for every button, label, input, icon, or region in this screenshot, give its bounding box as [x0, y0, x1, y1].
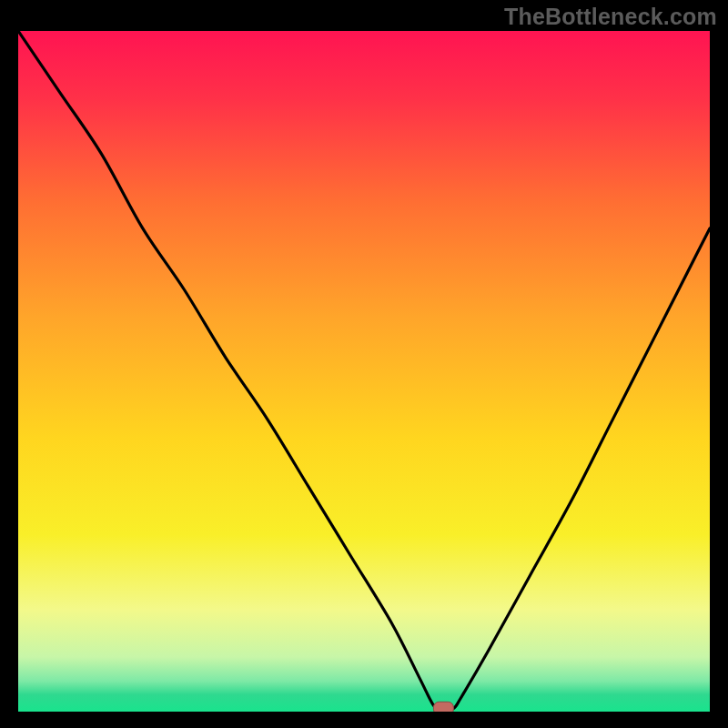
chart-frame: TheBottleneck.com	[0, 0, 728, 728]
minimum-marker	[433, 702, 453, 712]
plot-area	[18, 31, 710, 712]
gradient-background	[18, 31, 710, 712]
bottleneck-chart	[18, 31, 710, 712]
watermark-text: TheBottleneck.com	[504, 4, 717, 30]
